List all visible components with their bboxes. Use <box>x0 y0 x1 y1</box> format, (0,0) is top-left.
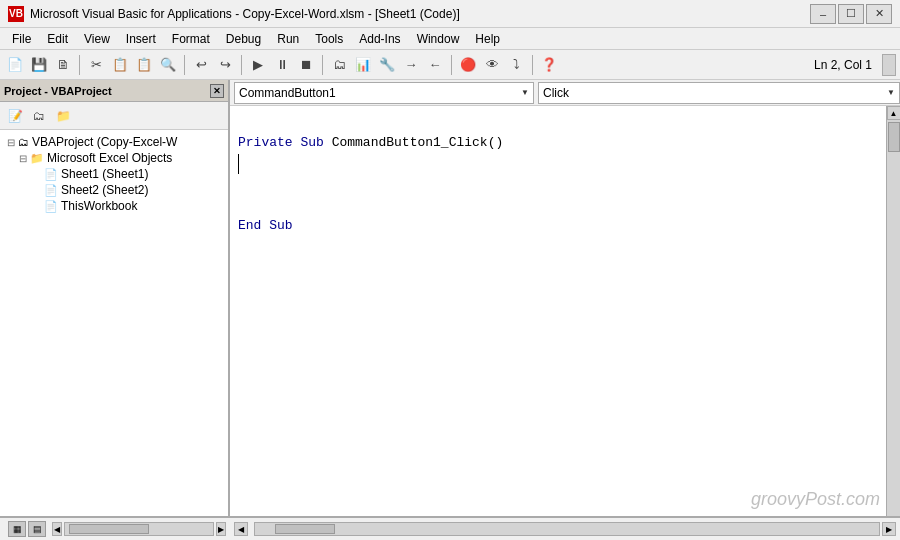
proj-view-code-btn[interactable]: 📝 <box>4 105 26 127</box>
toolbar-sep4 <box>322 55 323 75</box>
toolbar-scrollbar[interactable] <box>882 54 896 76</box>
scroll-right3-btn[interactable]: ▶ <box>882 522 896 536</box>
menu-run[interactable]: Run <box>269 30 307 48</box>
scroll-left-btn[interactable]: ◀ <box>52 522 62 536</box>
tb-paste-btn[interactable]: 📋 <box>133 54 155 76</box>
title-text: Microsoft Visual Basic for Applications … <box>30 7 810 21</box>
scroll-up-btn[interactable]: ▲ <box>887 106 901 120</box>
proj-view-obj-btn[interactable]: 🗂 <box>28 105 50 127</box>
scroll-right2-btn[interactable]: ◀ <box>234 522 248 536</box>
object-dropdown[interactable]: CommandButton1 ▼ <box>234 82 534 104</box>
minimize-button[interactable]: – <box>810 4 836 24</box>
menu-format[interactable]: Format <box>164 30 218 48</box>
tb-watch-btn[interactable]: 👁 <box>481 54 503 76</box>
right-scrollbar-bottom[interactable] <box>254 522 880 536</box>
right-scroll-thumb[interactable] <box>275 524 335 534</box>
expand-excel-objects[interactable]: ⊟ <box>16 153 30 164</box>
menu-file[interactable]: File <box>4 30 39 48</box>
status-bar: ▦ ▤ ◀ ▶ ◀ ▶ <box>0 516 900 540</box>
window-controls: – ☐ ✕ <box>810 4 892 24</box>
object-dropdown-arrow: ▼ <box>521 88 529 97</box>
toolbar-sep1 <box>79 55 80 75</box>
object-dropdown-value: CommandButton1 <box>239 86 336 100</box>
vbaproject-label: VBAProject (Copy-Excel-W <box>32 135 177 149</box>
tb-cut-btn[interactable]: ✂ <box>85 54 107 76</box>
project-tree: ⊟ 🗂 VBAProject (Copy-Excel-W ⊟ 📁 Microso… <box>0 130 228 516</box>
tree-item-excel-objects[interactable]: ⊟ 📁 Microsoft Excel Objects <box>0 150 228 166</box>
left-scroll-thumb[interactable] <box>69 524 149 534</box>
panel-icon-1[interactable]: ▦ <box>8 521 26 537</box>
tb-ref-btn[interactable]: 📊 <box>352 54 374 76</box>
proc-dropdown-arrow: ▼ <box>887 88 895 97</box>
menu-edit[interactable]: Edit <box>39 30 76 48</box>
panel-icons: ▦ ▤ <box>4 521 50 537</box>
tree-item-thisworkbook[interactable]: 📄 ThisWorkbook <box>0 198 228 214</box>
project-toolbar: 📝 🗂 📁 <box>0 102 228 130</box>
code-toolbar: CommandButton1 ▼ Click ▼ <box>230 80 900 106</box>
tb-copy-btn[interactable]: 📋 <box>109 54 131 76</box>
tb-pause-btn[interactable]: ⏸ <box>271 54 293 76</box>
tb-undo-btn[interactable]: ↩ <box>190 54 212 76</box>
menu-insert[interactable]: Insert <box>118 30 164 48</box>
menu-bar: File Edit View Insert Format Debug Run T… <box>0 28 900 50</box>
title-bar: VB Microsoft Visual Basic for Applicatio… <box>0 0 900 28</box>
tb-redo-btn[interactable]: ↪ <box>214 54 236 76</box>
thisworkbook-label: ThisWorkbook <box>61 199 137 213</box>
tb-new-btn[interactable]: 📄 <box>4 54 26 76</box>
toolbar-sep3 <box>241 55 242 75</box>
panel-icon-2[interactable]: ▤ <box>28 521 46 537</box>
tb-find-btn[interactable]: 🔍 <box>157 54 179 76</box>
toolbar-status: Ln 2, Col 1 <box>814 58 880 72</box>
right-scrollbar[interactable]: ▲ <box>886 106 900 516</box>
tree-item-vbaproject[interactable]: ⊟ 🗂 VBAProject (Copy-Excel-W <box>0 134 228 150</box>
tb-obj-btn[interactable]: 🔧 <box>376 54 398 76</box>
menu-addins[interactable]: Add-Ins <box>351 30 408 48</box>
menu-debug[interactable]: Debug <box>218 30 269 48</box>
app-icon: VB <box>8 6 24 22</box>
tb-break-btn[interactable]: 🔴 <box>457 54 479 76</box>
sheet2-label: Sheet2 (Sheet2) <box>61 183 148 197</box>
menu-help[interactable]: Help <box>467 30 508 48</box>
excel-objects-icon: 📁 <box>30 152 44 165</box>
thisworkbook-icon: 📄 <box>44 200 58 213</box>
sheet1-label: Sheet1 (Sheet1) <box>61 167 148 181</box>
tb-help-btn[interactable]: ❓ <box>538 54 560 76</box>
left-scrollbar-bottom[interactable] <box>64 522 214 536</box>
tb-userform-btn[interactable]: 🗂 <box>328 54 350 76</box>
scroll-thumb[interactable] <box>888 122 900 152</box>
project-header-title: Project - VBAProject <box>4 85 112 97</box>
project-close-btn[interactable]: ✕ <box>210 84 224 98</box>
scroll-right-btn[interactable]: ▶ <box>216 522 226 536</box>
menu-view[interactable]: View <box>76 30 118 48</box>
tree-item-sheet2[interactable]: 📄 Sheet2 (Sheet2) <box>0 182 228 198</box>
sheet1-icon: 📄 <box>44 168 58 181</box>
menu-tools[interactable]: Tools <box>307 30 351 48</box>
proc-dropdown-value: Click <box>543 86 569 100</box>
menu-window[interactable]: Window <box>409 30 468 48</box>
tb-run-btn[interactable]: ▶ <box>247 54 269 76</box>
tb-stepinto-btn[interactable]: ⤵ <box>505 54 527 76</box>
tb-icon3-btn[interactable]: 🗎 <box>52 54 74 76</box>
vbaproject-icon: 🗂 <box>18 136 29 148</box>
maximize-button[interactable]: ☐ <box>838 4 864 24</box>
proc-dropdown[interactable]: Click ▼ <box>538 82 900 104</box>
code-editor[interactable]: Private Sub CommandButton1_Click() End S… <box>230 106 886 516</box>
close-button[interactable]: ✕ <box>866 4 892 24</box>
main-layout: Project - VBAProject ✕ 📝 🗂 📁 ⊟ 🗂 VBAProj… <box>0 80 900 516</box>
project-header: Project - VBAProject ✕ <box>0 80 228 102</box>
tb-save-btn[interactable]: 💾 <box>28 54 50 76</box>
tb-outdent-btn[interactable]: ← <box>424 54 446 76</box>
left-panel: Project - VBAProject ✕ 📝 🗂 📁 ⊟ 🗂 VBAProj… <box>0 80 230 516</box>
tb-indent-btn[interactable]: → <box>400 54 422 76</box>
proj-toggle-folders-btn[interactable]: 📁 <box>52 105 74 127</box>
excel-objects-label: Microsoft Excel Objects <box>47 151 172 165</box>
toolbar-sep5 <box>451 55 452 75</box>
tree-item-sheet1[interactable]: 📄 Sheet1 (Sheet1) <box>0 166 228 182</box>
toolbar-sep2 <box>184 55 185 75</box>
toolbar-sep6 <box>532 55 533 75</box>
sheet2-icon: 📄 <box>44 184 58 197</box>
tb-stop-btn[interactable]: ⏹ <box>295 54 317 76</box>
toolbar: 📄 💾 🗎 ✂ 📋 📋 🔍 ↩ ↪ ▶ ⏸ ⏹ 🗂 📊 🔧 → ← 🔴 👁 ⤵ … <box>0 50 900 80</box>
expand-vbaproject[interactable]: ⊟ <box>4 137 18 148</box>
code-area: Private Sub CommandButton1_Click() End S… <box>230 106 900 516</box>
